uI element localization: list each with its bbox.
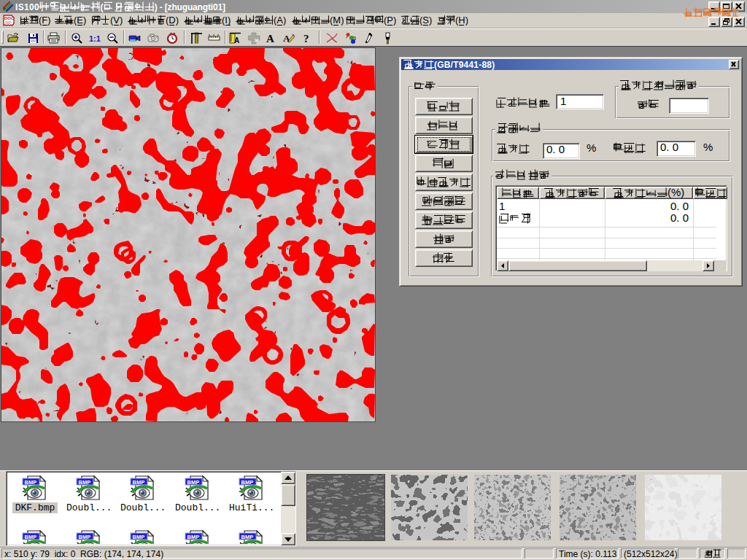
svg-text:BMP: BMP: [187, 534, 200, 540]
svg-text:%: %: [703, 141, 713, 153]
svg-text:1: 1: [560, 95, 566, 107]
svg-text:1:1: 1:1: [89, 34, 101, 43]
svg-text:A: A: [234, 36, 239, 44]
svg-text:IS100: IS100: [15, 2, 39, 12]
svg-text:BMP: BMP: [25, 479, 37, 486]
svg-text:(P): (P): [384, 15, 396, 26]
svg-text:BMP: BMP: [187, 479, 200, 486]
svg-text:(D): (D): [166, 15, 179, 26]
svg-text:) - [zhuguangti01]: ) - [zhuguangti01]: [155, 2, 225, 12]
svg-text:(I): (I): [222, 15, 231, 26]
svg-text:(F): (F): [39, 15, 51, 26]
svg-text:(H): (H): [455, 15, 468, 26]
svg-text:%: %: [587, 141, 596, 154]
svg-text:(: (: [101, 2, 104, 12]
svg-text:DOC: DOC: [4, 16, 15, 20]
svg-text:0. 0: 0. 0: [670, 211, 689, 224]
svg-text:BMP: BMP: [241, 534, 254, 540]
svg-text:0. 0: 0. 0: [546, 143, 565, 155]
svg-text:BMP: BMP: [133, 479, 145, 486]
svg-text:BMP: BMP: [79, 479, 91, 486]
svg-text:0. 0: 0. 0: [670, 200, 689, 212]
svg-text:?: ?: [303, 33, 309, 44]
svg-text:(%): (%): [667, 187, 684, 198]
svg-text:(V): (V): [110, 15, 123, 26]
svg-text:(S): (S): [419, 15, 432, 26]
svg-text:(A): (A): [274, 15, 286, 26]
svg-text:BMP: BMP: [79, 534, 91, 540]
svg-text:0. 0: 0. 0: [660, 141, 678, 153]
svg-text:3: 3: [353, 36, 356, 41]
svg-text:BMP: BMP: [25, 534, 37, 540]
svg-text:(GB/T9441-88): (GB/T9441-88): [434, 60, 495, 70]
svg-text:BMP: BMP: [133, 534, 145, 540]
svg-text:(E): (E): [74, 15, 86, 26]
svg-text:A: A: [266, 33, 274, 44]
svg-text:(M): (M): [330, 15, 344, 26]
svg-text:1: 1: [499, 200, 505, 212]
svg-text:BMP: BMP: [241, 479, 254, 486]
